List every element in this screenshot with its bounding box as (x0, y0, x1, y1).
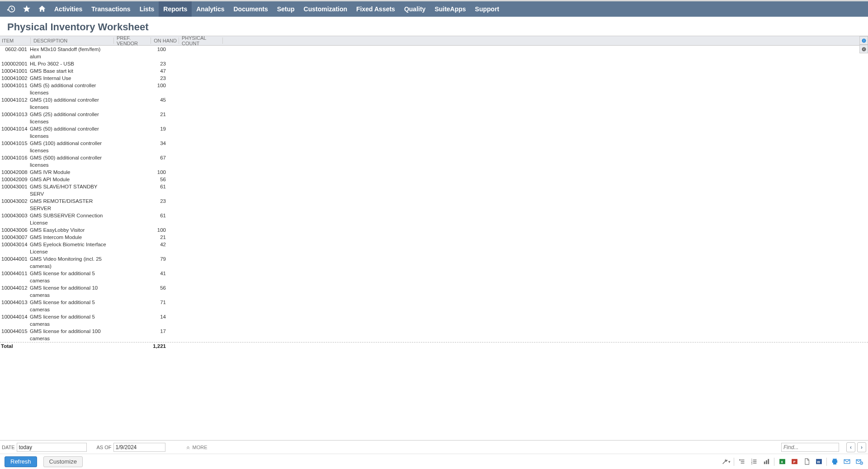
svg-point-5 (739, 460, 740, 460)
footer-actions: Refresh Customize ▾ 123 X P W (0, 454, 868, 469)
more-toggle[interactable]: MORE (185, 445, 208, 450)
filter-lines-icon[interactable] (737, 457, 746, 466)
cell-description: GMS (50) additional controller licenses (28, 125, 108, 140)
nav-setup[interactable]: Setup (273, 1, 299, 17)
table-row[interactable]: 100041013GMS (25) additional controller … (0, 111, 868, 125)
table-row[interactable]: 100043014GMS Eyelock Biometric Interface… (0, 241, 868, 255)
cell-item: 100002001 (0, 60, 28, 67)
find-input[interactable] (781, 443, 839, 452)
schedule-icon[interactable] (854, 457, 863, 466)
export-word-icon[interactable]: W (814, 457, 823, 466)
export-excel-icon[interactable]: X (778, 457, 787, 466)
table-row[interactable]: 100044014GMS license for additional 5 ca… (0, 313, 868, 328)
svg-rect-9 (764, 462, 765, 464)
nav-customization[interactable]: Customization (299, 1, 352, 17)
nav-quality[interactable]: Quality (400, 1, 430, 17)
table-row[interactable]: 100043003GMS SUBSERVER Connection Licens… (0, 212, 868, 226)
table-row[interactable]: 100041011GMS (5) additional controller l… (0, 82, 868, 96)
nav-activities[interactable]: Activities (50, 1, 87, 17)
refresh-button[interactable]: Refresh (5, 456, 37, 467)
table-row[interactable]: 100041012GMS (10) additional controller … (0, 96, 868, 111)
cell-item: 100044013 (0, 299, 28, 306)
prev-page-button[interactable]: ‹ (846, 442, 855, 452)
cell-onhand: 23 (142, 197, 167, 205)
print-icon[interactable] (830, 457, 839, 466)
nav-suiteapps[interactable]: SuiteApps (430, 1, 470, 17)
home-icon[interactable] (34, 1, 50, 17)
cell-description: GMS Intercom Module (28, 234, 108, 241)
export-doc-icon[interactable] (802, 457, 811, 466)
table-row[interactable]: 100044013GMS license for additional 5 ca… (0, 299, 868, 313)
col-vendor[interactable]: PREF. VENDOR (117, 36, 151, 46)
nav-fixed-assets[interactable]: Fixed Assets (352, 1, 400, 17)
cell-description: GMS (10) additional controller licenses (28, 96, 108, 111)
cell-item: 100044015 (0, 328, 28, 335)
table-row[interactable]: 100043001GMS SLAVE/HOT STANDBY SERV61 (0, 183, 868, 197)
table-row[interactable]: 100042008GMS IVR Module100 (0, 169, 868, 176)
table-row[interactable]: 100043007GMS Intercom Module21 (0, 234, 868, 241)
cell-description: GMS Internal Use (28, 75, 108, 82)
cell-onhand: 21 (142, 234, 167, 241)
nav-support[interactable]: Support (471, 1, 504, 17)
cell-onhand: 100 (142, 169, 167, 176)
nav-documents[interactable]: Documents (229, 1, 272, 17)
total-label: Total (0, 342, 28, 350)
wrench-icon[interactable]: ▾ (722, 457, 731, 466)
table-row[interactable]: 100044012GMS license for additional 10 c… (0, 284, 868, 299)
nav-transactions[interactable]: Transactions (87, 1, 135, 17)
nav-lists[interactable]: Lists (135, 1, 159, 17)
cell-onhand: 23 (142, 75, 167, 82)
info-icon[interactable] (859, 36, 868, 45)
cell-item: 100041011 (0, 82, 28, 89)
table-row[interactable]: 100041002GMS Internal Use23 (0, 75, 868, 82)
date-input[interactable] (17, 443, 87, 452)
cell-description: GMS license for additional 5 cameras (28, 270, 108, 284)
cell-onhand: 17 (142, 328, 167, 335)
table-header-row: ITEM DESCRIPTION PREF. VENDOR ON HAND PH… (0, 36, 868, 46)
cell-onhand: 47 (142, 67, 167, 75)
cell-description: GMS (25) additional controller licenses (28, 111, 108, 125)
table-row[interactable]: 100044015GMS license for additional 100 … (0, 328, 868, 342)
table-row[interactable]: 100041015GMS (100) additional controller… (0, 140, 868, 154)
cell-description: GMS (500) additional controller licenses (28, 154, 108, 169)
asof-input[interactable] (113, 443, 165, 452)
nav-reports[interactable]: Reports (159, 1, 192, 17)
collapse-icon[interactable] (859, 45, 868, 53)
table-row[interactable]: 100041016GMS (500) additional controller… (0, 154, 868, 169)
star-icon[interactable] (19, 1, 34, 17)
table-row[interactable]: 100044011GMS license for additional 5 ca… (0, 270, 868, 284)
table-row[interactable]: 100042009GMS API Module56 (0, 176, 868, 183)
table-row[interactable]: 100041014GMS (50) additional controller … (0, 125, 868, 140)
nav-analytics[interactable]: Analytics (192, 1, 229, 17)
cell-item: 100043003 (0, 212, 28, 219)
page-title: Physical Inventory Worksheet (0, 17, 868, 36)
table-row[interactable]: 100044001GMS Video Monitoring (incl. 25 … (0, 255, 868, 270)
table-row[interactable]: 0602-001Hex M3x10 Standoff (fem/fem) alu… (0, 46, 868, 60)
cell-description: HL Pro 3602 - USB (28, 60, 108, 67)
cell-item: 100041015 (0, 140, 28, 147)
export-pdf-icon[interactable]: P (790, 457, 799, 466)
more-label: MORE (193, 445, 208, 450)
next-page-button[interactable]: › (857, 442, 866, 452)
email-icon[interactable] (842, 457, 851, 466)
col-onhand[interactable]: ON HAND (154, 38, 177, 43)
cell-onhand: 45 (142, 96, 167, 103)
cell-description: GMS Eyelock Biometric Interface License (28, 241, 108, 255)
cell-item: 100043007 (0, 234, 28, 241)
table-row[interactable]: 100002001HL Pro 3602 - USB23 (0, 60, 868, 67)
table-row[interactable]: 100041001GMS Base start kit47 (0, 67, 868, 75)
table-row[interactable]: 100043002GMS REMOTE/DISASTER SERVER23 (0, 197, 868, 212)
history-icon[interactable] (4, 1, 19, 17)
customize-button[interactable]: Customize (43, 456, 83, 467)
cell-onhand: 61 (142, 183, 167, 190)
col-count[interactable]: PHYSICAL COUNT (182, 36, 222, 46)
bar-chart-icon[interactable] (762, 457, 771, 466)
table-row[interactable]: 100043006GMS EasyLobby Visitor100 (0, 226, 868, 234)
numbered-list-icon[interactable]: 123 (750, 457, 759, 466)
col-item[interactable]: ITEM (2, 38, 14, 43)
col-description[interactable]: DESCRIPTION (33, 38, 67, 43)
cell-onhand: 71 (142, 299, 167, 306)
cell-onhand: 67 (142, 154, 167, 161)
chevron-up-icon (185, 445, 191, 450)
cell-onhand: 42 (142, 241, 167, 248)
